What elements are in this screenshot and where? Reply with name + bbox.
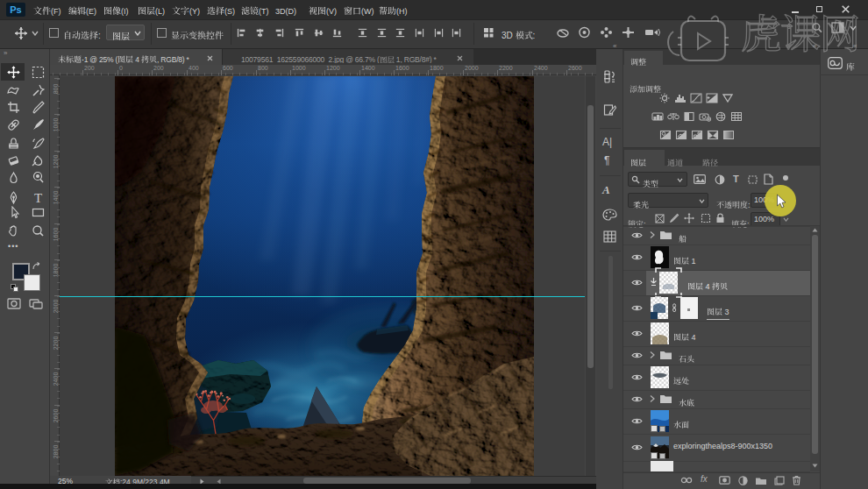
svg-text:T: T — [34, 191, 42, 204]
